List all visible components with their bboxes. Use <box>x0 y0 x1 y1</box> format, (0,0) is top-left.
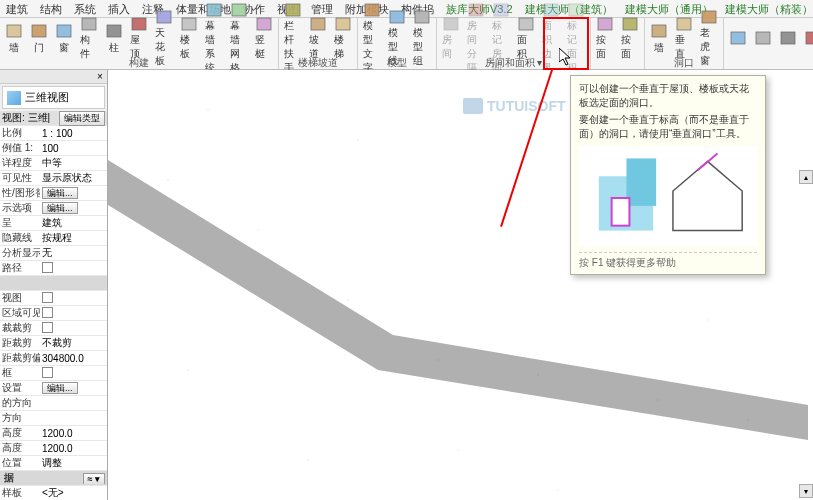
prop-row[interactable] <box>0 276 107 291</box>
ribbon-item-blank[interactable] <box>726 19 750 56</box>
ribbon-item-幕墙系统[interactable]: 幕墙系统 <box>202 19 226 57</box>
ribbon-icon <box>105 21 123 41</box>
ribbon-item-blank[interactable] <box>776 19 800 56</box>
prop-value[interactable]: 调整 <box>40 456 107 470</box>
ribbon-item-按面[interactable]: 按面 <box>618 19 642 57</box>
prop-row[interactable]: 详程度中等 <box>0 156 107 171</box>
checkbox[interactable] <box>42 307 53 318</box>
prop-row[interactable]: 例值 1:100 <box>0 141 107 156</box>
prop-row[interactable]: 的方向 <box>0 396 107 411</box>
prop-row[interactable]: 路径 <box>0 261 107 276</box>
prop-value[interactable]: 不裁剪 <box>40 336 107 350</box>
prop-row[interactable]: 样板<无> <box>0 486 107 500</box>
ribbon-item-坡道[interactable]: 坡道 <box>306 19 330 57</box>
prop-value[interactable] <box>40 307 107 320</box>
prop-row[interactable]: 呈建筑 <box>0 216 107 231</box>
prop-row[interactable]: 分析显示样式无 <box>0 246 107 261</box>
ribbon-item-窗[interactable]: 窗 <box>52 19 76 57</box>
scroll-arrow-top[interactable]: ▴ <box>799 170 813 184</box>
prop-value[interactable]: 1 : 100 <box>40 128 107 139</box>
prop-value[interactable] <box>40 262 107 275</box>
prop-value[interactable]: 编辑... <box>40 202 107 215</box>
prop-row[interactable]: 视图 <box>0 291 107 306</box>
ribbon-item-垂直[interactable]: 垂直 <box>672 19 696 57</box>
prop-edit-button[interactable]: 编辑... <box>42 187 78 199</box>
ribbon-item-幕墙网格[interactable]: 幕墙网格 <box>227 19 251 57</box>
prop-row[interactable]: 比例1 : 100 <box>0 126 107 141</box>
prop-row[interactable]: 示选项编辑... <box>0 201 107 216</box>
prop-row[interactable]: 方向 <box>0 411 107 426</box>
ribbon-item-门[interactable]: 门 <box>27 19 51 57</box>
ribbon-item-老虎窗[interactable]: 老虎窗 <box>697 19 721 57</box>
ribbon-item-模型线[interactable]: 模型线 <box>385 19 409 57</box>
prop-row[interactable]: 可见性显示原状态 <box>0 171 107 186</box>
prop-value[interactable] <box>40 322 107 335</box>
ribbon-item-竖梃[interactable]: 竖梃 <box>252 19 276 57</box>
ribbon-item-楼梯[interactable]: 楼梯 <box>331 19 355 57</box>
checkbox[interactable] <box>42 322 53 333</box>
prop-value[interactable]: 100 <box>40 143 107 154</box>
ribbon-item-blank[interactable] <box>751 19 775 56</box>
tab-jmds3[interactable]: 建模大师（精装） <box>719 0 813 17</box>
prop-edit-button[interactable]: 编辑... <box>42 382 78 394</box>
checkbox[interactable] <box>42 292 53 303</box>
prop-edit-button[interactable]: ≈ ▾ <box>83 473 105 484</box>
prop-value[interactable]: 304800.0 <box>40 353 107 364</box>
prop-value[interactable]: <无> <box>40 486 107 500</box>
prop-value[interactable]: 按规程 <box>40 231 107 245</box>
ribbon-item-blank[interactable] <box>801 19 813 56</box>
svg-rect-36 <box>469 4 483 16</box>
prop-value[interactable] <box>40 292 107 305</box>
ribbon-item-天花板[interactable]: 天花板 <box>152 19 176 57</box>
ribbon-item-标记房间[interactable]: 标记房间 <box>489 19 513 57</box>
ribbon-group: 墙门窗构件柱屋顶天花板楼板幕墙系统幕墙网格竖梃构建 <box>0 18 279 69</box>
prop-value[interactable]: 建筑 <box>40 216 107 230</box>
prop-value[interactable]: 编辑... <box>40 187 107 200</box>
tab-struct[interactable]: 结构 <box>34 0 68 17</box>
ribbon-group: 墙垂直老虎窗洞口 <box>645 18 724 69</box>
ribbon-item-模型组[interactable]: 模型组 <box>410 19 434 57</box>
prop-row[interactable]: 隐藏线按规程 <box>0 231 107 246</box>
ribbon-item-面积[interactable]: 面积 <box>514 19 538 57</box>
edit-type-button[interactable]: 编辑类型 <box>59 111 105 126</box>
prop-row[interactable]: 高度1200.0 <box>0 426 107 441</box>
ribbon-item-墙[interactable]: 墙 <box>2 19 26 57</box>
prop-value[interactable]: 编辑... <box>40 382 107 395</box>
prop-row[interactable]: 裁裁剪 <box>0 321 107 336</box>
ribbon-item-墙[interactable]: 墙 <box>647 19 671 57</box>
prop-edit-button[interactable]: 编辑... <box>42 202 78 214</box>
ribbon-item-房间[interactable]: 房间 <box>439 19 463 57</box>
prop-row[interactable]: 高度1200.0 <box>0 441 107 456</box>
ribbon-item-柱[interactable]: 柱 <box>102 19 126 57</box>
prop-value[interactable]: 中等 <box>40 156 107 170</box>
prop-value[interactable] <box>40 367 107 380</box>
panel-close[interactable]: × <box>94 71 106 82</box>
ribbon-icon <box>804 28 813 48</box>
prop-row[interactable]: 区域可见 <box>0 306 107 321</box>
ribbon-item-栏杆扶手[interactable]: 栏杆扶手 <box>281 19 305 57</box>
prop-value[interactable]: ≈ ▾ <box>42 473 107 484</box>
ribbon-item-楼板[interactable]: 楼板 <box>177 19 201 57</box>
prop-row[interactable]: 框 <box>0 366 107 381</box>
ribbon-item-按面[interactable]: 按面 <box>593 19 617 57</box>
prop-value[interactable]: 1200.0 <box>40 443 107 454</box>
prop-row[interactable]: 性/图形替换编辑... <box>0 186 107 201</box>
prop-row[interactable]: 位置调整 <box>0 456 107 471</box>
checkbox[interactable] <box>42 262 53 273</box>
scroll-arrow-bottom[interactable]: ▾ <box>799 484 813 498</box>
prop-row[interactable]: 设置编辑... <box>0 381 107 396</box>
svg-marker-89 <box>673 161 742 230</box>
prop-row[interactable]: 距裁剪不裁剪 <box>0 336 107 351</box>
checkbox[interactable] <box>42 367 53 378</box>
ribbon-item-模型文字[interactable]: 模型文字 <box>360 19 384 57</box>
ribbon-item-屋顶[interactable]: 屋顶 <box>127 19 151 57</box>
view-type-box[interactable]: 三维视图 <box>2 86 105 109</box>
ribbon-item-构件[interactable]: 构件 <box>77 19 101 57</box>
prop-value[interactable]: 1200.0 <box>40 428 107 439</box>
prop-value[interactable]: 显示原状态 <box>40 171 107 185</box>
tab-arch[interactable]: 建筑 <box>0 0 34 17</box>
ribbon-item-房间分隔[interactable]: 房间分隔 <box>464 19 488 57</box>
prop-row[interactable]: 距裁剪偏移304800.0 <box>0 351 107 366</box>
prop-row[interactable]: 据≈ ▾ <box>0 471 107 486</box>
prop-value[interactable]: 无 <box>40 246 107 260</box>
